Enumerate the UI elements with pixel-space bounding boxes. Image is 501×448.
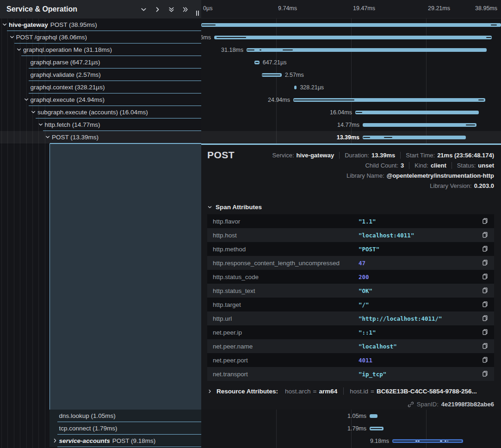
chevron-right-icon[interactable] (52, 438, 58, 444)
span-bar[interactable] (363, 123, 476, 127)
equals-sign: = (371, 388, 374, 395)
copy-icon[interactable] (482, 356, 489, 363)
attribute-row: http.status_text"OK" (207, 284, 494, 298)
copy-icon[interactable] (482, 287, 489, 294)
double-chevron-right-icon[interactable] (182, 6, 189, 13)
tree-row[interactable]: graphql.parse (647.21µs) (0, 56, 201, 68)
chevron-down-icon (207, 205, 212, 210)
timeline-row: 647.21µs (201, 56, 501, 68)
tree-row[interactable]: service-accountsPOST (9.18ms) (0, 435, 201, 447)
attribute-row: http.method"POST" (207, 242, 494, 256)
bar-notch (363, 137, 370, 138)
row-underline (57, 447, 202, 447)
chevron-down-icon[interactable] (45, 134, 51, 140)
chevron-down-icon[interactable] (38, 122, 44, 128)
attribute-value: 4011 (359, 357, 372, 364)
span-attributes-header[interactable]: Span Attributes (207, 204, 262, 211)
timeline-row: 16.04ms (201, 106, 501, 118)
span-bar[interactable] (294, 86, 297, 89)
time-tick: 29.21ms (428, 5, 450, 12)
tree-row[interactable]: graphql.validate (2.57ms) (0, 68, 201, 81)
copy-icon[interactable] (482, 329, 489, 336)
copy-icon[interactable] (482, 245, 489, 252)
double-chevron-down-icon[interactable] (168, 6, 175, 13)
span-label: graphql.validate (2.57ms) (31, 71, 101, 78)
attribute-row: http.host"localhost:4011" (207, 228, 494, 242)
attribute-key: http.method (207, 246, 246, 253)
span-duration-label: 16.04ms (330, 109, 352, 116)
attribute-row: net.peer.port4011 (207, 353, 494, 367)
span-label: POST (9.18ms) (112, 437, 156, 444)
link-icon[interactable] (408, 401, 414, 408)
span-bar[interactable] (214, 36, 492, 39)
copy-icon[interactable] (482, 259, 489, 266)
chevron-down-icon[interactable] (31, 109, 37, 115)
chevron-right-icon[interactable] (154, 6, 161, 13)
span-label: http.fetch (14.77ms) (45, 121, 100, 128)
bar-notch-light (445, 441, 446, 442)
span-attributes-table: http.flavor"1.1"http.host"localhost:4011… (207, 214, 494, 381)
copy-icon[interactable] (482, 342, 489, 349)
resource-key: host.id (350, 388, 368, 395)
span-bar[interactable] (370, 414, 377, 418)
span-tree-panel: Service & Operation hive-gatewayPOST (38… (0, 0, 201, 448)
attribute-value: "1.1" (359, 218, 376, 225)
overview-value: 21ms (23:56:48.174) (437, 152, 494, 159)
bar-notch (371, 428, 382, 429)
resource-value: BC62E13B-C4CC-5854-9788-256... (377, 388, 477, 395)
copy-icon[interactable] (482, 301, 489, 308)
time-tick: 19.47ms (353, 5, 375, 12)
tree-row[interactable]: graphql.execute (24.94ms) (0, 93, 201, 106)
tree-row[interactable]: POST (13.39ms) (0, 131, 201, 143)
overview-line: Service:hive-gatewayDuration:13.39msStar… (272, 150, 494, 160)
attribute-key: http.flavor (207, 218, 240, 225)
timeline-row: 1.05ms (201, 410, 501, 422)
copy-icon[interactable] (482, 370, 489, 377)
bar-notch (466, 124, 475, 125)
overview-label: Service: (272, 152, 294, 159)
chevron-down-icon[interactable] (140, 6, 147, 13)
copy-icon[interactable] (482, 231, 489, 238)
span-label: tcp.connect (1.79ms) (59, 425, 118, 432)
timeline-row: 36.06ms (201, 31, 501, 44)
chevron-down-icon[interactable] (2, 22, 8, 28)
equals-sign: = (313, 388, 317, 395)
span-bar[interactable] (363, 136, 466, 139)
tree-row[interactable]: hive-gatewayPOST (38.95ms) (0, 19, 201, 31)
time-tick: 0µs (203, 5, 212, 12)
chevron-down-icon[interactable] (24, 97, 30, 103)
overview-label: Duration: (345, 152, 369, 159)
timeline-row: 9.18ms (201, 435, 501, 447)
span-duration-label: 24.94ms (268, 97, 290, 103)
copy-icon[interactable] (482, 315, 489, 322)
bar-notch (384, 137, 392, 138)
tree-row[interactable]: POST /graphql (36.06ms) (0, 31, 201, 44)
attribute-value: "ip_tcp" (359, 371, 386, 378)
attribute-key: http.host (207, 232, 237, 239)
attribute-value: "POST" (359, 246, 379, 253)
span-attributes-label: Span Attributes (216, 204, 262, 211)
bar-notch (283, 50, 293, 50)
time-tick: 38.95ms (475, 5, 497, 12)
overview-value: 3 (401, 162, 404, 169)
chevron-down-icon[interactable] (16, 47, 22, 53)
tree-row[interactable]: tcp.connect (1.79ms) (0, 422, 201, 435)
attribute-row: http.status_code200 (207, 270, 494, 284)
resource-attributes-label: Resource Attributes: (216, 388, 278, 395)
bar-notch-light (440, 441, 442, 442)
span-bar[interactable] (201, 23, 501, 27)
copy-icon[interactable] (482, 273, 489, 280)
span-bar[interactable] (355, 111, 479, 114)
tree-row[interactable]: graphql.operation Me (31.18ms) (0, 44, 201, 56)
overview-value: client (431, 162, 446, 169)
tree-row[interactable]: graphql.context (328.21µs) (0, 81, 201, 93)
span-id-label: SpanID: (417, 401, 439, 408)
span-duration-label: 31.18ms (221, 47, 243, 53)
panel-resize-handle[interactable] (196, 11, 199, 16)
copy-icon[interactable] (482, 218, 489, 224)
tree-row[interactable]: http.fetch (14.77ms) (0, 118, 201, 131)
resource-attributes-row[interactable]: Resource Attributes: host.arch=arm64host… (207, 387, 477, 395)
tree-row[interactable]: dns.lookup (1.05ms) (0, 410, 201, 422)
tree-row[interactable]: subgraph.execute (accounts) (16.04ms) (0, 106, 201, 118)
chevron-down-icon[interactable] (9, 34, 15, 40)
